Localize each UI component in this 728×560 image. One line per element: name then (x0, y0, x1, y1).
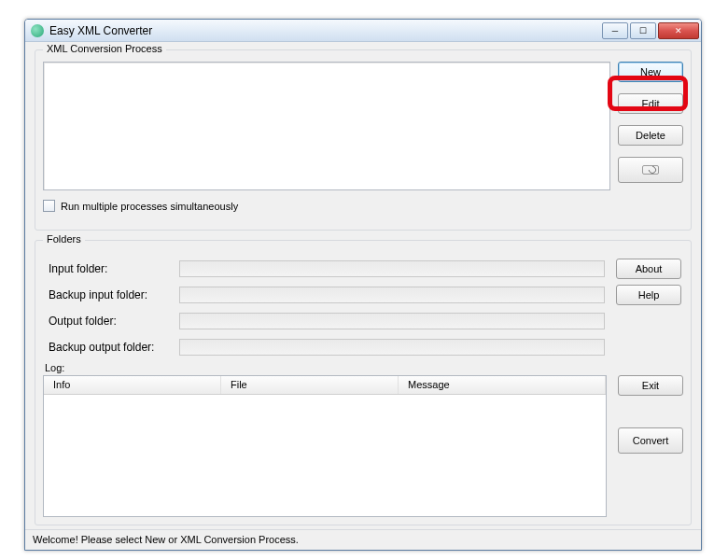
titlebar[interactable]: Easy XML Converter ─ ☐ ✕ (25, 20, 701, 42)
app-icon (31, 24, 44, 37)
log-header: Info File Message (44, 376, 606, 395)
edit-button[interactable]: Edit (618, 93, 683, 114)
process-group: XML Conversion Process New Edit Delete R… (35, 49, 692, 231)
maximize-button[interactable]: ☐ (630, 22, 656, 39)
close-button[interactable]: ✕ (658, 22, 699, 39)
multiproc-checkbox[interactable] (43, 200, 55, 212)
multiproc-row: Run multiple processes simultaneously (43, 200, 683, 212)
settings-button[interactable] (618, 157, 683, 183)
folders-group: Folders Input folder: About Backup input… (35, 240, 692, 525)
output-folder-label: Output folder: (49, 315, 179, 328)
about-button[interactable]: About (616, 259, 681, 279)
app-window: Easy XML Converter ─ ☐ ✕ XML Conversion … (24, 19, 702, 551)
log-col-message[interactable]: Message (399, 376, 606, 394)
help-button[interactable]: Help (616, 285, 681, 305)
multiproc-label: Run multiple processes simultaneously (61, 201, 238, 212)
log-col-info[interactable]: Info (44, 376, 221, 394)
process-list[interactable] (43, 62, 610, 190)
backup-input-field[interactable] (179, 287, 605, 303)
backup-output-field[interactable] (179, 339, 605, 356)
log-table[interactable]: Info File Message (43, 375, 607, 517)
minimize-button[interactable]: ─ (602, 22, 628, 39)
log-body (44, 395, 606, 516)
backup-input-label: Backup input folder: (49, 288, 179, 301)
process-buttons: New Edit Delete (618, 62, 683, 190)
new-button[interactable]: New (618, 62, 683, 82)
log-label: Log: (45, 362, 683, 373)
log-side-buttons: Exit Convert (618, 375, 683, 517)
process-group-legend: XML Conversion Process (43, 43, 166, 54)
status-bar: Welcome! Please select New or XML Conver… (25, 529, 701, 550)
window-controls: ─ ☐ ✕ (600, 22, 699, 39)
backup-output-label: Backup output folder: (49, 341, 179, 354)
input-folder-label: Input folder: (49, 262, 179, 275)
folders-group-legend: Folders (43, 233, 85, 245)
convert-button[interactable]: Convert (618, 427, 683, 454)
input-folder-field[interactable] (179, 260, 605, 277)
window-title: Easy XML Converter (49, 24, 600, 37)
log-col-file[interactable]: File (221, 376, 399, 394)
output-folder-field[interactable] (179, 313, 605, 329)
wrench-icon (642, 165, 659, 175)
delete-button[interactable]: Delete (618, 125, 683, 146)
exit-button[interactable]: Exit (618, 375, 683, 396)
status-text: Welcome! Please select New or XML Conver… (33, 534, 299, 545)
client-area: XML Conversion Process New Edit Delete R… (25, 42, 701, 529)
